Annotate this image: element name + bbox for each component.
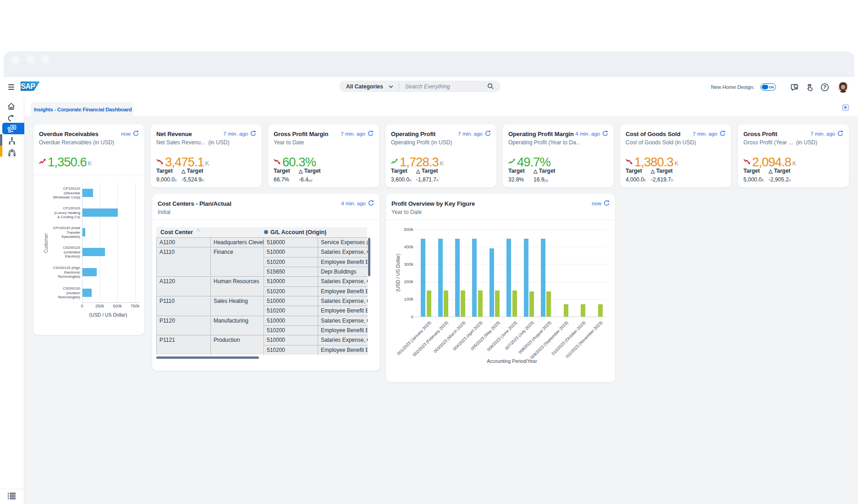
svg-text:?: ?: [823, 84, 826, 90]
svg-text:SAP: SAP: [21, 82, 35, 90]
